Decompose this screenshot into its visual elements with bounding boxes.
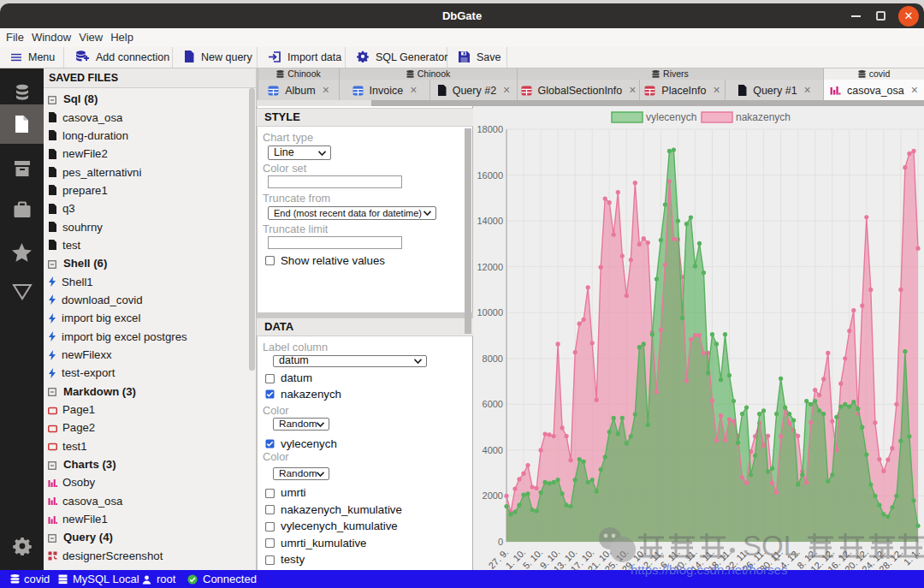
- svg-text:SQL: SQL: [743, 530, 799, 561]
- svg-text:https://blog.csdn.net/horses: https://blog.csdn.net/horses: [631, 562, 787, 577]
